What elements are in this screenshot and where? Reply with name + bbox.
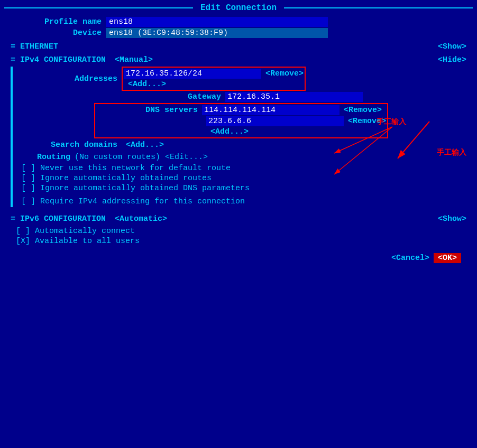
ipv6-section-header: = IPv6 CONFIGURATION <Automatic> <Show> xyxy=(11,214,466,223)
ipv6-show-btn[interactable]: <Show> xyxy=(438,214,466,223)
address-input[interactable]: 172.16.35.126/24 xyxy=(124,69,261,79)
dns1-remove-inner[interactable]: <Remove> xyxy=(344,106,382,115)
gateway-label-inner: Gateway xyxy=(120,92,225,101)
ipv4-section-header: = IPv4 CONFIGURATION <Manual> <Hide> xyxy=(11,55,466,64)
gateway-input-inner[interactable]: 172.16.35.1 xyxy=(225,92,363,102)
address-remove-btn[interactable]: <Remove> xyxy=(265,69,304,78)
routing-value[interactable]: (No custom routes) <Edit...> xyxy=(75,153,208,162)
title-bar: Edit Connection xyxy=(0,0,477,15)
search-domains-label: Search domains xyxy=(16,141,122,150)
annotation-arrow xyxy=(392,116,435,169)
annotation-text: 手工输入 xyxy=(437,148,466,157)
ethernet-label: = ETHERNET xyxy=(11,42,58,51)
content-area: Profile name ens18 Device ens18 (3E:C9:4… xyxy=(0,15,477,268)
title-bar-line-right xyxy=(284,7,473,8)
ipv6-mode[interactable]: <Automatic> xyxy=(115,214,167,223)
ethernet-section-header: = ETHERNET <Show> xyxy=(11,42,466,51)
checkbox-require-ipv4[interactable]: [ ] Require IPv4 addressing for this con… xyxy=(16,197,466,206)
dns2-input-inner[interactable]: 223.6.6.6 xyxy=(206,116,344,126)
address-add-btn[interactable]: <Add...> xyxy=(128,80,166,89)
dns-label: DNS servers xyxy=(96,106,202,115)
device-value[interactable]: ens18 (3E:C9:48:59:38:F9) xyxy=(106,28,328,38)
ok-button[interactable]: <OK> xyxy=(434,253,461,263)
ipv4-hide-btn[interactable]: <Hide> xyxy=(438,55,466,64)
device-row: Device ens18 (3E:C9:48:59:38:F9) xyxy=(11,28,466,38)
ipv6-config-label: = IPv6 CONFIGURATION <Automatic> xyxy=(11,214,167,223)
device-label: Device xyxy=(11,29,106,38)
checkbox-ignore-routes[interactable]: [ ] Ignore automatically obtained routes xyxy=(16,174,466,183)
ipv4-mode[interactable]: <Manual> xyxy=(115,55,153,64)
profile-name-row: Profile name ens18 xyxy=(11,17,466,27)
dialog-title: Edit Connection xyxy=(197,3,280,13)
search-add-btn[interactable]: <Add...> xyxy=(126,141,164,150)
dns1-input-inner[interactable]: 114.114.114.114 xyxy=(202,105,340,115)
screen: Edit Connection Profile name ens18 Devic… xyxy=(0,0,477,448)
addresses-row: Addresses 172.16.35.126/24 <Remove> <Add… xyxy=(16,67,466,91)
ethernet-show-btn[interactable]: <Show> xyxy=(438,42,466,51)
checkbox-all-users[interactable]: [X] Available to all users xyxy=(11,237,466,246)
addresses-label: Addresses xyxy=(16,74,122,83)
ipv4-config-label: = IPv4 CONFIGURATION <Manual> xyxy=(11,55,153,64)
cancel-button[interactable]: <Cancel> xyxy=(391,254,429,263)
title-bar-line-left xyxy=(4,7,193,8)
dns-add-inner[interactable]: <Add...> xyxy=(210,127,249,136)
routing-label: Routing xyxy=(37,153,70,162)
checkbox-auto-connect[interactable]: [ ] Automatically connect xyxy=(11,227,466,236)
dns2-remove-inner[interactable]: <Remove> xyxy=(348,117,386,126)
svg-line-1 xyxy=(398,122,429,158)
profile-value[interactable]: ens18 xyxy=(106,17,328,27)
annotation-area: 手工输入 xyxy=(437,148,466,157)
footer-buttons: <Cancel> <OK> xyxy=(11,253,466,263)
profile-label: Profile name xyxy=(11,17,106,26)
checkbox-ignore-dns[interactable]: [ ] Ignore automatically obtained DNS pa… xyxy=(16,184,466,193)
